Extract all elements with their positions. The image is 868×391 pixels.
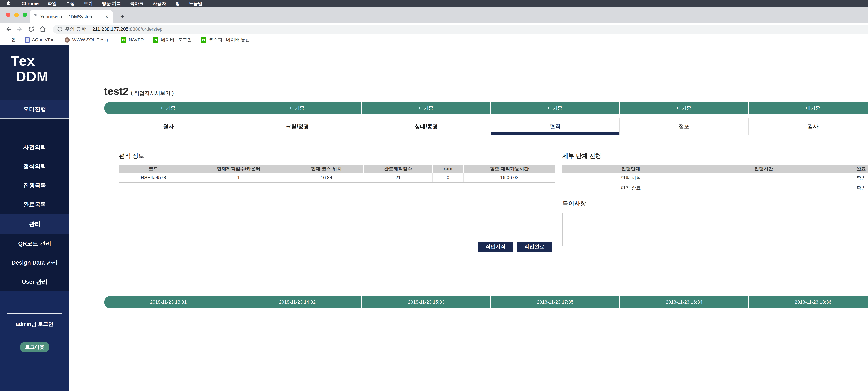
bookmarks-bar: 앱 AQueryTool WWW SQL Desig... N NAVER N … <box>0 35 868 45</box>
status-segment: 대기중 <box>104 102 233 114</box>
sidebar-item-formal-request[interactable]: 정식의뢰 <box>0 157 69 176</box>
new-tab-button[interactable]: + <box>118 12 127 21</box>
status-segment: 대기중 <box>620 102 749 114</box>
reload-icon[interactable] <box>27 25 36 34</box>
window-minimize-button[interactable] <box>14 12 19 17</box>
apple-icon[interactable] <box>5 1 12 6</box>
bookmark-aquerytool[interactable]: AQueryTool <box>25 37 56 43</box>
cell-rpm: 0 <box>432 173 463 183</box>
timestamp-segment: 2018-11-23 15:33 <box>362 296 491 308</box>
cell-step: 편직 시작 <box>562 173 699 183</box>
macos-menu-bar: Chrome 파일 수정 보기 방문 기록 북마크 사용자 창 도움말 N ⇄ … <box>0 0 868 7</box>
cell-done: 확인 <box>828 173 868 183</box>
address-bar[interactable]: 주의 요함 211.238.177.205 :8888/orderstep <box>53 25 868 34</box>
bookmark-kospi[interactable]: N 코스피 : 네이버 통합... <box>201 37 254 43</box>
back-icon[interactable] <box>4 25 13 34</box>
menu-item-bookmarks[interactable]: 북마크 <box>125 1 148 7</box>
sidebar-item-order-progress[interactable]: 오더진행 <box>0 100 69 119</box>
bookmark-apps[interactable]: 앱 <box>5 37 16 43</box>
work-order-link[interactable]: ( 작업지시서보기 ) <box>131 90 174 96</box>
menu-item-chrome[interactable]: Chrome <box>17 1 43 6</box>
sidebar-item-pre-request[interactable]: 사전의뢰 <box>0 138 69 157</box>
bookmark-naver-login[interactable]: N 네이버 : 로그인 <box>153 37 192 43</box>
tab-creel-warping[interactable]: 크릴/정경 <box>233 118 362 135</box>
home-icon[interactable] <box>38 25 47 34</box>
sidebar-item-progress-list[interactable]: 진행목록 <box>0 176 69 195</box>
status-segment: 대기중 <box>491 102 620 114</box>
knit-info-table: 코드 현재제직절수/카운터 현재 코스 위치 완료제직절수 rpm 필요 제직가… <box>119 165 555 183</box>
notes-textarea[interactable] <box>562 213 868 246</box>
logout-button[interactable]: 로그아웃 <box>20 342 50 353</box>
timestamp-bar: 2018-11-23 13:31 2018-11-23 14:32 2018-1… <box>104 296 868 308</box>
sidebar-item-user-admin[interactable]: User 관리 <box>0 272 69 291</box>
col-code: 코드 <box>119 165 188 173</box>
tab-title: Youngwoo :: DDMSystem <box>40 14 103 20</box>
cell-complete-count: 21 <box>364 173 433 183</box>
status-segment: 대기중 <box>362 102 491 114</box>
table-header-row: 진행단계 진행시간 완료 작업자 <box>562 165 868 173</box>
logo-text-ddm: DDM <box>16 68 49 85</box>
sidebar-account-panel: admin님 로그인 로그아웃 <box>0 291 69 391</box>
app-frame: Tex DDM 오더진행 사전의뢰 정식의뢰 진행목록 완료목록 관리 QR코드… <box>0 45 868 391</box>
menu-item-view[interactable]: 보기 <box>79 1 97 7</box>
browser-tab[interactable]: Youngwoo :: DDMSystem ✕ <box>30 10 113 24</box>
cell-time <box>699 173 828 183</box>
table-row: RSE4#4578 1 16.84 21 0 16:06:03 <box>119 173 555 183</box>
tab-knitting[interactable]: 편직 <box>491 118 620 135</box>
naver-icon: N <box>121 37 126 43</box>
sidebar-item-design-data-admin[interactable]: Design Data 관리 <box>0 253 69 272</box>
col-step: 진행단계 <box>562 165 699 173</box>
notes-title: 특이사항 <box>562 200 586 208</box>
work-complete-button[interactable]: 작업완료 <box>517 242 552 252</box>
security-warning-label: 주의 요함 <box>65 26 86 32</box>
col-done: 완료 <box>828 165 868 173</box>
logo-text-tex: Tex <box>11 53 35 69</box>
tab-yarn[interactable]: 원사 <box>104 118 233 135</box>
sidebar-item-admin[interactable]: 관리 <box>0 214 69 234</box>
sidebar-divider <box>7 313 62 313</box>
table-row: 편직 시작 확인 admin <box>562 173 868 183</box>
chrome-toolbar: 주의 요함 211.238.177.205 :8888/orderstep N <box>0 24 868 35</box>
tab-inspection[interactable]: 검사 <box>749 118 868 135</box>
cell-step: 편직 종료 <box>562 183 699 193</box>
col-current-count: 현재제직절수/카운터 <box>188 165 289 173</box>
bookmark-naver[interactable]: N NAVER <box>121 37 144 43</box>
window-zoom-button[interactable] <box>23 12 27 17</box>
col-time: 진행시간 <box>699 165 828 173</box>
tab-cutting[interactable]: 절포 <box>620 118 749 135</box>
tab-close-icon[interactable]: ✕ <box>105 14 109 20</box>
chrome-tab-strip: Youngwoo :: DDMSystem ✕ + <box>0 7 868 24</box>
sidebar-item-qrcode-admin[interactable]: QR코드 관리 <box>0 234 69 253</box>
process-step-tabs: 원사 크릴/정경 상대/통경 편직 절포 검사 출고 <box>104 118 868 135</box>
menu-item-window[interactable]: 창 <box>170 1 184 7</box>
col-complete-count: 완료제직절수 <box>364 165 433 173</box>
menu-item-people[interactable]: 사용자 <box>148 1 170 7</box>
col-required-time: 필요 제직가동시간 <box>464 165 555 173</box>
menu-item-edit[interactable]: 수정 <box>61 1 79 7</box>
window-close-button[interactable] <box>6 12 10 17</box>
bookmark-label: 코스피 : 네이버 통합... <box>209 37 254 43</box>
bookmark-sql-designer[interactable]: WWW SQL Desig... <box>65 37 112 42</box>
status-progress-bar: 대기중 대기중 대기중 대기중 대기중 대기중 대기중 <box>104 102 868 114</box>
menu-item-history[interactable]: 방문 기록 <box>97 1 125 7</box>
cell-code: RSE4#4578 <box>119 173 188 183</box>
app-logo: Tex DDM <box>0 45 69 100</box>
cell-current-count: 1 <box>188 173 289 183</box>
menu-item-help[interactable]: 도움말 <box>184 1 207 7</box>
bookmark-label: NAVER <box>129 37 144 42</box>
work-start-button[interactable]: 작업시작 <box>478 242 513 252</box>
menu-item-file[interactable]: 파일 <box>43 1 61 7</box>
url-separator <box>89 27 89 32</box>
sidebar: Tex DDM 오더진행 사전의뢰 정식의뢰 진행목록 완료목록 관리 QR코드… <box>0 45 69 391</box>
tab-drawing-in[interactable]: 상대/통경 <box>362 118 491 135</box>
timestamp-segment: 2018-11-23 18:36 <box>749 296 868 308</box>
sidebar-item-complete-list[interactable]: 완료목록 <box>0 195 69 214</box>
order-name: test2 <box>104 85 128 97</box>
knit-info-title: 편직 정보 <box>119 152 144 160</box>
forward-icon[interactable] <box>15 25 24 34</box>
info-icon[interactable] <box>57 27 62 32</box>
tab-favicon <box>34 14 37 19</box>
col-course-position: 현재 코스 위치 <box>289 165 364 173</box>
step-progress-table: 진행단계 진행시간 완료 작업자 편직 시작 확인 admin 편직 종료 확인… <box>562 165 868 193</box>
document-icon <box>25 37 30 43</box>
